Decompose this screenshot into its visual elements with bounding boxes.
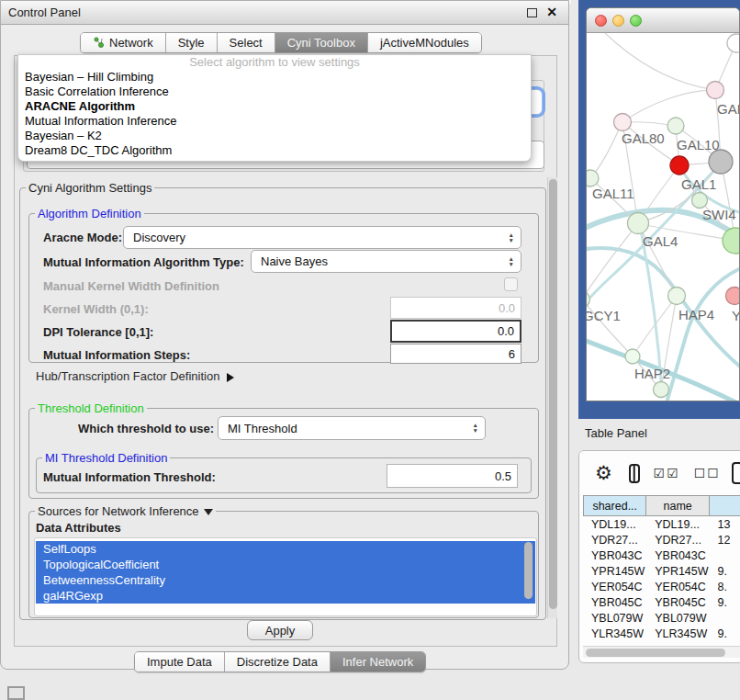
node-gal80[interactable] [614, 114, 632, 131]
node-gal7[interactable] [707, 82, 724, 99]
tab-cyni-toolbox-label: Cyni Toolbox [287, 36, 355, 50]
kernel-width-label: Kernel Width (0,1): [43, 302, 149, 316]
tab-network[interactable]: Network [81, 33, 166, 52]
close-icon[interactable]: ✕ [546, 5, 557, 19]
table-panel-title: Table Panel [585, 426, 647, 440]
node-label: HAP4 [678, 307, 714, 322]
mi-steps-field[interactable]: 6 [390, 344, 521, 364]
node-label: GAL10 [677, 137, 720, 152]
cell: 13 [710, 518, 740, 531]
gear-icon[interactable]: ⚙ [595, 462, 612, 484]
cell: 9. [710, 627, 740, 640]
spinner-arrows-icon: ▲▼ [473, 417, 478, 439]
node-label: Y [732, 308, 740, 323]
dropdown-item[interactable]: Basic Correlation Inference [18, 85, 531, 99]
columns-icon[interactable] [629, 464, 640, 483]
attribute-item[interactable]: BetweennessCentrality [36, 572, 535, 588]
cell: YER054C [646, 581, 709, 593]
attribute-item[interactable]: SelfLoops [36, 541, 535, 557]
tab-style[interactable]: Style [166, 33, 218, 52]
sources-legend[interactable]: Sources for Network Inference [35, 504, 216, 518]
apply-button[interactable]: Apply [247, 620, 313, 640]
cell: YDL19... [583, 518, 646, 531]
tab-style-label: Style [178, 36, 205, 50]
node-gal11[interactable] [587, 170, 599, 186]
sources-legend-label: Sources for Network Inference [38, 504, 199, 518]
which-threshold-combo[interactable]: MI Threshold ▲▼ [218, 416, 486, 440]
dropdown-item[interactable]: Bayesian – K2 [18, 129, 531, 143]
column-header-shared[interactable]: shared... [583, 495, 646, 516]
zoom-traffic-light-icon[interactable] [630, 15, 642, 27]
cell: YBR045C [646, 596, 709, 609]
tab-discretize-data[interactable]: Discretize Data [225, 652, 331, 672]
control-panel-titlebar: Control Panel ✕ [1, 1, 568, 25]
table-row[interactable]: YBL079WYBL079W [583, 610, 740, 626]
table-row[interactable]: YIL052CYIL052C9. [583, 641, 740, 642]
tab-jactivemnodules[interactable]: jActiveMNodules [368, 33, 481, 52]
horizontal-scrollbar[interactable] [583, 646, 740, 658]
hub-factor-expander[interactable]: Hub/Transcription Factor Definition [36, 369, 234, 383]
column-header[interactable] [710, 495, 740, 516]
dropdown-item-selected[interactable]: ARACNE Algorithm [18, 99, 531, 114]
tab-impute-data[interactable]: Impute Data [135, 652, 225, 672]
node-gal10[interactable] [667, 118, 684, 134]
scrollbar-thumb[interactable] [549, 179, 557, 609]
dpi-tolerance-field[interactable]: 0.0 [390, 320, 521, 343]
table-row[interactable]: YPR145WYPR145W9. [583, 563, 740, 579]
network-window-titlebar[interactable] [587, 8, 739, 33]
node-salmon[interactable] [726, 288, 740, 305]
node-gal1-selected[interactable] [670, 156, 689, 175]
float-window-icon[interactable] [527, 8, 537, 17]
dropdown-item[interactable]: Dream8 DC_TDC Algorithm [18, 143, 531, 158]
table-row[interactable]: YBR043CYBR043C [583, 548, 740, 563]
table-row[interactable]: YBR045CYBR045C9. [583, 594, 740, 610]
panel-icon[interactable] [732, 462, 740, 484]
aracne-mode-value: Discovery [133, 231, 185, 244]
mi-type-combo[interactable]: Naive Bayes ▲▼ [251, 250, 521, 273]
node-bright-green[interactable] [723, 228, 740, 254]
spinner-arrows-icon: ▲▼ [509, 251, 514, 272]
aracne-mode-combo[interactable]: Discovery ▲▼ [123, 226, 521, 249]
dropdown-item[interactable]: Bayesian – Hill Climbing [18, 70, 531, 85]
kernel-width-field[interactable]: 0.0 [390, 297, 521, 319]
dropdown-placeholder: Select algorithm to view settings [18, 55, 531, 70]
table-row[interactable]: YER054CYER054C8. [583, 579, 740, 594]
node-gcy1[interactable] [587, 292, 590, 308]
table-row[interactable]: YDL19...YDL19...13 [583, 516, 740, 532]
dropdown-item[interactable]: Mutual Information Inference [18, 114, 531, 129]
node-hap2[interactable] [625, 349, 640, 364]
manual-kernel-checkbox[interactable] [504, 277, 518, 291]
node-gal4[interactable] [628, 213, 649, 234]
mi-steps-value: 6 [509, 347, 515, 361]
network-view-window[interactable]: GAL7 GAL80 GAL10 GAL1 GAL11 SWI4 GAL4 GC… [586, 7, 740, 401]
table-row[interactable]: YDR27...YDR27...12 [583, 532, 740, 548]
close-traffic-light-icon[interactable] [595, 15, 607, 27]
node-hap4[interactable] [668, 288, 686, 305]
expander-right-icon [227, 373, 234, 382]
mi-threshold-field[interactable]: 0.5 [387, 464, 518, 488]
table-row[interactable]: YLR345WYLR345W9. [583, 626, 740, 641]
node[interactable] [727, 34, 740, 52]
column-header-name[interactable]: name [646, 495, 709, 516]
tab-impute-label: Impute Data [147, 655, 212, 669]
cyni-mode-tab-bar: Impute Data Discretize Data Infer Networ… [134, 651, 426, 672]
checked-boxes-icon[interactable]: ☑☑ [654, 466, 680, 480]
tab-select[interactable]: Select [218, 33, 275, 52]
network-canvas[interactable]: GAL7 GAL80 GAL10 GAL1 GAL11 SWI4 GAL4 GC… [587, 33, 739, 401]
settings-scrollbar[interactable] [547, 177, 557, 618]
node-gray[interactable] [709, 150, 733, 174]
scrollbar-thumb[interactable] [586, 649, 725, 657]
tab-infer-network[interactable]: Infer Network [331, 652, 425, 672]
attribute-item[interactable]: gal4RGexp [36, 588, 535, 604]
node-swi4[interactable] [692, 193, 708, 209]
node[interactable] [654, 382, 669, 398]
table-toolbar: ⚙ ☑☑ ☐☐ [579, 451, 740, 495]
attribute-item[interactable]: TopologicalCoefficient [36, 557, 535, 572]
cell: YBL079W [583, 612, 646, 625]
minimized-panel-icon[interactable] [7, 686, 25, 700]
control-panel: Control Panel ✕ Network Style Select Cyn… [0, 0, 569, 670]
tab-cyni-toolbox[interactable]: Cyni Toolbox [275, 33, 368, 52]
unchecked-boxes-icon[interactable]: ☐☐ [694, 466, 721, 480]
list-scrollbar[interactable] [524, 542, 533, 599]
minimize-traffic-light-icon[interactable] [612, 15, 624, 27]
